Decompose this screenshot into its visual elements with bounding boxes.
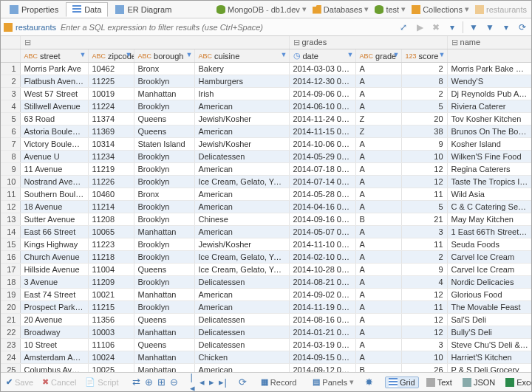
cell-street[interactable]: 3 Avenue — [20, 276, 88, 289]
cell-cuisine[interactable]: American — [194, 364, 289, 373]
cell-cuisine[interactable]: Ice Cream, Gelato, Yogurt, Ices — [194, 176, 289, 188]
row-number[interactable]: 4 — [1, 100, 20, 113]
sort-icon[interactable]: ▼ — [484, 21, 496, 33]
row-number[interactable]: 5 — [1, 113, 20, 125]
col-street[interactable]: ABCstreet▼ — [20, 49, 88, 63]
table-row[interactable]: 2120 Avenue11356QueensDelicatessen2014-0… — [1, 314, 531, 326]
table-row[interactable]: 15Kings Highway11223BrooklynJewish/Koshe… — [1, 238, 531, 251]
settings-icon[interactable]: ✸ — [365, 376, 373, 388]
cell-street[interactable]: Flatbush Avenue — [20, 75, 88, 88]
cell-borough[interactable]: Brooklyn — [134, 151, 194, 163]
cell-zipcode[interactable]: 11374 — [88, 113, 134, 125]
cell-borough[interactable]: Queens — [134, 339, 194, 351]
save-button[interactable]: ✔Save — [4, 376, 35, 388]
cell-score[interactable]: 2 — [401, 63, 447, 75]
nav-next-icon[interactable]: ▸ — [209, 376, 214, 388]
cell-grade[interactable]: B — [355, 213, 401, 226]
cell-name[interactable]: C & C Catering Service — [447, 201, 531, 213]
cell-cuisine[interactable]: American — [194, 188, 289, 201]
nav-prev-icon[interactable]: ◂ — [200, 376, 205, 388]
cell-date[interactable]: 2014-05-07 04:00:00 — [289, 226, 355, 238]
record-button[interactable]: ▦Record — [259, 376, 299, 388]
cell-zipcode[interactable]: 11234 — [88, 151, 134, 163]
col-name[interactable] — [447, 49, 531, 63]
cell-grade[interactable]: Z — [355, 125, 401, 138]
table-row[interactable]: 3West 57 Street10019ManhattanIrish2014-0… — [1, 88, 531, 100]
row-number[interactable]: 11 — [1, 188, 20, 201]
cell-date[interactable]: 2014-05-29 04:00:00 — [289, 151, 355, 163]
cell-zipcode[interactable]: 11214 — [88, 201, 134, 213]
cell-score[interactable]: 3 — [401, 339, 447, 351]
cell-cuisine[interactable]: American — [194, 289, 289, 301]
cell-score[interactable]: 5 — [401, 201, 447, 213]
cell-score[interactable]: 20 — [401, 113, 447, 125]
cell-name[interactable]: Dj Reynolds Pub And Re — [447, 88, 531, 100]
cell-score[interactable]: 3 — [401, 226, 447, 238]
row-number[interactable]: 15 — [1, 238, 20, 251]
cell-cuisine[interactable]: Delicatessen — [194, 276, 289, 289]
cell-score[interactable]: 12 — [401, 314, 447, 326]
cell-cuisine[interactable]: American — [194, 100, 289, 113]
cell-cuisine[interactable]: Delicatessen — [194, 314, 289, 326]
cell-date[interactable]: 2014-03-03 04:00:00 — [289, 63, 355, 75]
cell-street[interactable]: Southern Boulevard — [20, 188, 88, 201]
table-row[interactable]: 1218 Avenue11214BrooklynAmerican2014-04-… — [1, 201, 531, 213]
cell-name[interactable]: Tov Kosher Kitchen — [447, 113, 531, 125]
cell-name[interactable]: Wilken'S Fine Food — [447, 151, 531, 163]
cell-grade[interactable]: A — [355, 176, 401, 188]
cell-name[interactable]: Wild Asia — [447, 188, 531, 201]
cell-score[interactable]: 9 — [401, 138, 447, 151]
cell-zipcode[interactable]: 10462 — [88, 63, 134, 75]
cell-zipcode[interactable]: 11224 — [88, 100, 134, 113]
table-row[interactable]: 7Victory Boulevard10314Staten IslandJewi… — [1, 138, 531, 151]
clear-filter-icon[interactable]: ✖ — [430, 21, 442, 33]
cell-street[interactable]: Hillside Avenue — [20, 264, 88, 276]
collapse-icon[interactable]: ⊟ — [293, 38, 300, 47]
row-number[interactable]: 24 — [1, 351, 20, 364]
cell-zipcode[interactable]: 11226 — [88, 176, 134, 188]
table-row[interactable]: 6Astoria Boulevard11369QueensAmerican201… — [1, 125, 531, 138]
cell-borough[interactable]: Brooklyn — [134, 100, 194, 113]
cell-date[interactable]: 2014-04-16 04:00:00 — [289, 201, 355, 213]
table-row[interactable]: 22Broadway10003ManhattanDelicatessen2014… — [1, 326, 531, 339]
cell-zipcode[interactable]: 11208 — [88, 213, 134, 226]
cell-date[interactable]: 2014-07-14 04:00:00 — [289, 176, 355, 188]
nav-last-icon[interactable]: ▸| — [219, 376, 226, 388]
cell-cuisine[interactable]: Chicken — [194, 351, 289, 364]
duplicate-row-icon[interactable]: ⊞ — [157, 376, 166, 388]
cell-borough[interactable]: Queens — [134, 125, 194, 138]
col-date[interactable]: ◷date▼ — [289, 49, 355, 63]
cell-cuisine[interactable]: Bakery — [194, 63, 289, 75]
cell-borough[interactable]: Brooklyn — [134, 163, 194, 176]
cell-name[interactable]: Sal'S Deli — [447, 314, 531, 326]
cell-street[interactable]: Sutter Avenue — [20, 213, 88, 226]
cell-grade[interactable]: A — [355, 276, 401, 289]
col-zipcode[interactable]: ABCzipcode▼ — [88, 49, 134, 63]
table-row[interactable]: 25Columbus Avenue10025ManhattanAmerican2… — [1, 364, 531, 373]
cell-score[interactable]: 21 — [401, 213, 447, 226]
col-grade[interactable]: ABCgrade▼ — [355, 49, 401, 63]
nav-first-icon[interactable]: |◂ — [190, 371, 195, 393]
cell-zipcode[interactable]: 11209 — [88, 276, 134, 289]
cell-street[interactable]: 10 Street — [20, 339, 88, 351]
table-row[interactable]: 911 Avenue11219BrooklynAmerican2014-07-1… — [1, 163, 531, 176]
cell-grade[interactable]: Z — [355, 113, 401, 125]
cell-score[interactable]: 12 — [401, 289, 447, 301]
cell-street[interactable]: Stillwell Avenue — [20, 100, 88, 113]
funnel-icon[interactable]: ▼ — [281, 51, 287, 58]
cell-grade[interactable]: A — [355, 100, 401, 113]
cell-name[interactable]: Kosher Island — [447, 138, 531, 151]
cell-street[interactable]: East 66 Street — [20, 226, 88, 238]
cell-name[interactable]: The Movable Feast — [447, 301, 531, 314]
funnel-icon[interactable]: ▼ — [439, 51, 446, 58]
cell-date[interactable]: 2014-09-02 04:00:00 — [289, 289, 355, 301]
cell-zipcode[interactable]: 10065 — [88, 226, 134, 238]
cell-date[interactable]: 2014-11-10 03:00:00 — [289, 238, 355, 251]
cell-borough[interactable]: Manhattan — [134, 351, 194, 364]
cell-street[interactable]: 20 Avenue — [20, 314, 88, 326]
cell-date[interactable]: 2014-10-28 03:00:00 — [289, 264, 355, 276]
cell-grade[interactable]: A — [355, 201, 401, 213]
cell-cuisine[interactable]: Ice Cream, Gelato, Yogurt, Ices — [194, 251, 289, 264]
cell-zipcode[interactable]: 10019 — [88, 88, 134, 100]
refresh-icon[interactable]: ⟳ — [239, 376, 247, 388]
